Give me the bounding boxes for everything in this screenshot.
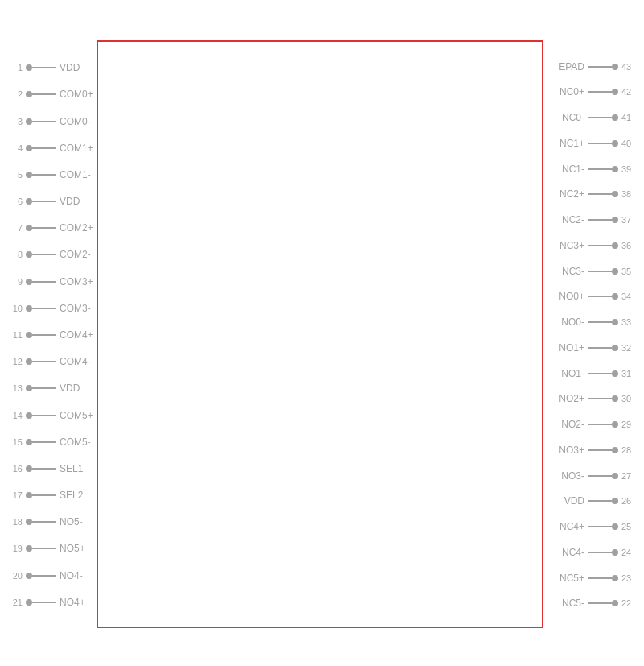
pin-number: 4 xyxy=(0,143,23,153)
left-pin-12: 12COM4- xyxy=(0,356,91,367)
pin-dot xyxy=(26,251,32,258)
pin-number: 11 xyxy=(0,330,23,340)
pin-dot xyxy=(612,293,618,300)
pin-line xyxy=(588,245,612,246)
pin-dot xyxy=(612,166,618,172)
pin-number: 10 xyxy=(0,304,23,313)
pin-number: 33 xyxy=(621,317,644,327)
right-pin-28: 28NO3+ xyxy=(559,445,644,456)
pin-line xyxy=(32,201,56,202)
pin-dot xyxy=(612,575,618,581)
left-pin-15: 15COM5- xyxy=(0,436,91,448)
pin-label: NC5+ xyxy=(559,573,584,584)
pin-label: NO3- xyxy=(561,470,584,482)
right-pin-34: 34NO0+ xyxy=(559,291,644,302)
pin-label: NO1- xyxy=(561,368,584,379)
pin-label: NC4- xyxy=(562,547,584,558)
left-pin-4: 4COM1+ xyxy=(0,143,93,154)
left-pin-5: 5COM1- xyxy=(0,169,91,180)
pin-dot xyxy=(612,498,618,504)
left-pin-14: 14COM5+ xyxy=(0,410,93,421)
pin-line xyxy=(32,147,56,149)
pin-number: 29 xyxy=(621,420,644,429)
pin-number: 24 xyxy=(621,548,644,557)
pin-label: COM1- xyxy=(60,169,91,180)
pin-label: NC3- xyxy=(562,266,584,277)
right-pin-31: 31NO1- xyxy=(561,368,644,379)
pin-label: NC0- xyxy=(562,112,584,123)
left-pin-11: 11COM4+ xyxy=(0,329,93,341)
pin-line xyxy=(32,387,56,389)
pin-label: SEL1 xyxy=(60,463,83,474)
pin-line xyxy=(588,602,612,604)
pin-dot xyxy=(26,439,32,445)
pin-label: NO1+ xyxy=(559,342,584,354)
pin-label: NC1- xyxy=(562,163,584,175)
right-pin-42: 42NC0+ xyxy=(559,86,644,97)
pin-number: 5 xyxy=(0,170,23,180)
pin-label: COM5- xyxy=(60,436,91,448)
pin-line xyxy=(588,500,612,502)
pin-number: 21 xyxy=(0,598,23,607)
right-pin-25: 25NC4+ xyxy=(559,521,644,532)
pin-line xyxy=(32,468,56,470)
pin-dot xyxy=(26,358,32,365)
left-pin-7: 7COM2+ xyxy=(0,222,93,234)
pin-number: 42 xyxy=(621,87,644,97)
pin-line xyxy=(32,494,56,496)
pin-number: 7 xyxy=(0,223,23,233)
right-pin-33: 33NO0- xyxy=(561,316,644,328)
pin-dot xyxy=(612,64,618,70)
pin-label: VDD xyxy=(60,62,80,73)
pin-number: 1 xyxy=(0,63,23,72)
pin-dot xyxy=(26,64,32,71)
pin-line xyxy=(588,424,612,425)
left-pin-1: 1VDD xyxy=(0,62,80,73)
pin-dot xyxy=(26,519,32,525)
pin-line xyxy=(588,475,612,477)
pin-line xyxy=(588,271,612,272)
left-pin-3: 3COM0- xyxy=(0,116,91,127)
pin-label: NO5- xyxy=(60,516,83,527)
pin-number: 12 xyxy=(0,357,23,366)
pin-dot xyxy=(26,118,32,125)
pin-dot xyxy=(26,599,32,606)
pin-number: 32 xyxy=(621,343,644,353)
pin-label: NO5+ xyxy=(60,543,85,554)
pin-number: 9 xyxy=(0,277,23,287)
pin-number: 40 xyxy=(621,139,644,148)
pin-label: COM5+ xyxy=(60,410,93,421)
pin-line xyxy=(588,398,612,399)
left-pin-20: 20NO4- xyxy=(0,570,83,581)
pin-dot xyxy=(612,473,618,479)
pin-dot xyxy=(26,412,32,419)
pin-label: VDD xyxy=(60,196,80,207)
left-pin-19: 19NO5+ xyxy=(0,543,85,554)
pin-dot xyxy=(612,242,618,249)
right-pin-26: 26VDD xyxy=(564,495,644,507)
pin-dot xyxy=(612,191,618,197)
pin-number: 27 xyxy=(621,471,644,481)
pin-label: VDD xyxy=(564,495,584,507)
pin-line xyxy=(32,254,56,255)
left-pin-8: 8COM2- xyxy=(0,249,91,260)
pin-dot xyxy=(26,492,32,498)
pin-label: NC2+ xyxy=(559,188,584,200)
pin-dot xyxy=(26,305,32,312)
pin-line xyxy=(588,193,612,195)
pin-number: 8 xyxy=(0,250,23,259)
pin-line xyxy=(588,577,612,579)
pin-number: 23 xyxy=(621,573,644,583)
pin-dot xyxy=(26,279,32,285)
pin-label: NO2- xyxy=(561,419,584,430)
pin-number: 3 xyxy=(0,117,23,126)
pin-line xyxy=(588,168,612,170)
pin-line xyxy=(32,334,56,336)
pin-dot xyxy=(612,140,618,147)
pin-label: NO2+ xyxy=(559,393,584,404)
left-pin-6: 6VDD xyxy=(0,196,80,207)
chip-diagram: 1VDD2COM0+3COM0-4COM1+5COM1-6VDD7COM2+8C… xyxy=(0,16,644,652)
pin-label: COM1+ xyxy=(60,143,93,154)
right-pin-41: 41NC0- xyxy=(562,112,644,123)
pin-line xyxy=(588,347,612,349)
